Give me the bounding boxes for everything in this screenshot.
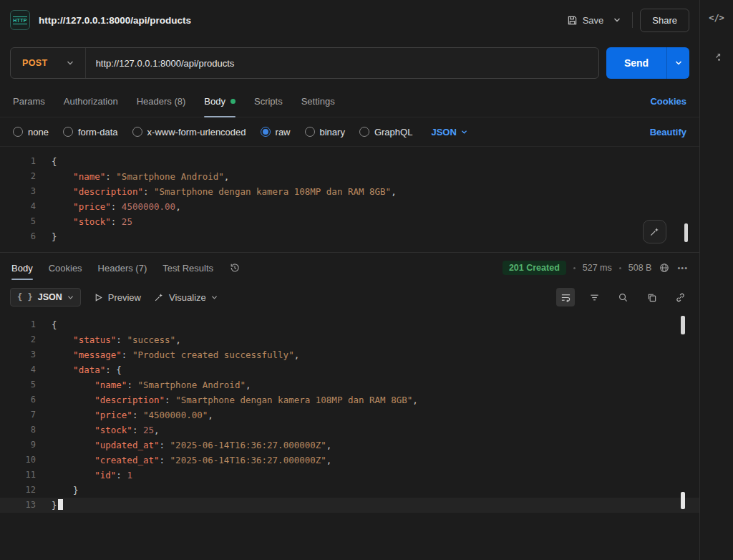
response-tab-test-results[interactable]: Test Results xyxy=(162,253,213,283)
save-button[interactable]: Save xyxy=(561,10,610,31)
code-line-6: 6 "description": "Smartphone dengan kame… xyxy=(0,392,699,407)
visualize-label: Visualize xyxy=(169,292,206,303)
response-toolbar-icons xyxy=(556,288,689,306)
body-mode-list: noneform-datax-www-form-urlencodedrawbin… xyxy=(13,127,412,137)
request-tab-body[interactable]: Body xyxy=(204,86,236,117)
method-label: POST xyxy=(22,58,48,68)
response-tab-body[interactable]: Body xyxy=(11,253,33,283)
request-body-editor[interactable]: 1{2 "name": "Smartphone Android",3 "desc… xyxy=(0,146,699,252)
code-line-10: 10 "created_at": "2025-06-14T16:36:27.00… xyxy=(0,453,699,468)
chevron-down-icon xyxy=(613,17,621,23)
response-panel: BodyCookiesHeaders (7)Test Results 201 C… xyxy=(0,252,699,560)
empty-area xyxy=(0,516,699,560)
code-line-2: 2 "name": "Smartphone Android", xyxy=(0,169,699,184)
language-label: JSON xyxy=(431,127,456,137)
wand-icon xyxy=(154,292,164,302)
save-options-button[interactable] xyxy=(609,12,625,28)
link-icon[interactable] xyxy=(671,288,689,306)
chevron-down-icon xyxy=(675,60,682,66)
code-line-1: 1{ xyxy=(0,154,699,169)
visualize-button[interactable]: Visualize xyxy=(154,292,218,303)
share-button[interactable]: Share xyxy=(640,9,689,32)
send-options-button[interactable] xyxy=(666,47,689,79)
method-select[interactable]: POST xyxy=(11,48,86,78)
response-tab-cookies[interactable]: Cookies xyxy=(49,253,82,283)
play-icon xyxy=(94,293,103,302)
response-size[interactable]: 508 B xyxy=(628,263,652,273)
response-code: 1{2 "status": "success",3 "message": "Pr… xyxy=(0,317,699,513)
main-panel: HTTP http://127.0.0.1:8000/api/products … xyxy=(0,0,699,560)
request-tab-headers-8[interactable]: Headers (8) xyxy=(137,86,186,117)
language-select[interactable]: JSON xyxy=(431,127,467,137)
console-icon[interactable] xyxy=(711,52,722,63)
braces-icon: { } xyxy=(17,292,33,302)
share-label: Share xyxy=(652,15,677,26)
code-line-4: 4 "data": { xyxy=(0,362,699,377)
send-label: Send xyxy=(624,57,649,69)
code-line-7: 7 "price": "4500000.00", xyxy=(0,407,699,423)
globe-icon[interactable] xyxy=(659,262,670,274)
response-format-label: JSON xyxy=(38,292,62,302)
cursor-position-marker xyxy=(681,492,685,509)
request-title: http://127.0.0.1:8000/api/products xyxy=(39,15,191,26)
request-tab-settings[interactable]: Settings xyxy=(301,86,335,117)
request-tab-scripts[interactable]: Scripts xyxy=(254,86,283,117)
body-mode-graphql[interactable]: GraphQL xyxy=(359,127,412,137)
right-rail: </> xyxy=(699,0,733,560)
beautify-link[interactable]: Beautify xyxy=(650,127,686,137)
url-box: POST xyxy=(10,47,599,79)
body-mode-x-www-form-urlencoded[interactable]: x-www-form-urlencoded xyxy=(132,127,246,137)
response-tabs-list: BodyCookiesHeaders (7)Test Results xyxy=(11,253,213,283)
radio-icon xyxy=(261,127,271,137)
header-divider xyxy=(632,12,633,28)
url-bar: POST Send xyxy=(0,40,699,86)
code-line-3: 3 "message": "Product created successful… xyxy=(0,347,699,362)
url-input[interactable] xyxy=(86,58,598,69)
more-options-icon[interactable]: ••• xyxy=(677,264,688,272)
request-tabs: ParamsAuthorizationHeaders (8)BodyScript… xyxy=(0,86,699,117)
code-line-6: 6} xyxy=(0,229,699,244)
request-code: 1{2 "name": "Smartphone Android",3 "desc… xyxy=(0,154,699,244)
radio-icon xyxy=(13,127,23,137)
body-mode-binary[interactable]: binary xyxy=(305,127,345,137)
response-body-editor[interactable]: 1{2 "status": "success",3 "message": "Pr… xyxy=(0,312,699,516)
request-tab-params[interactable]: Params xyxy=(13,86,45,117)
radio-icon xyxy=(305,127,315,137)
response-time[interactable]: 527 ms xyxy=(583,263,612,273)
response-editor-scrollbar[interactable] xyxy=(681,316,685,334)
radio-icon xyxy=(132,127,142,137)
copy-icon[interactable] xyxy=(642,288,661,306)
code-line-12: 12 } xyxy=(0,483,699,498)
search-icon[interactable] xyxy=(613,288,632,306)
body-content-dot xyxy=(230,99,236,104)
filter-icon[interactable] xyxy=(585,288,603,306)
app-window: HTTP http://127.0.0.1:8000/api/products … xyxy=(0,0,733,560)
response-format-select[interactable]: { } JSON xyxy=(10,288,81,306)
body-mode-none[interactable]: none xyxy=(13,127,49,137)
request-tab-authorization[interactable]: Authorization xyxy=(64,86,118,117)
preview-label: Preview xyxy=(108,292,141,303)
wrap-text-icon[interactable] xyxy=(556,288,575,306)
cookies-link[interactable]: Cookies xyxy=(650,96,686,107)
request-editor-scrollbar[interactable] xyxy=(684,223,688,242)
text-cursor xyxy=(58,499,63,510)
body-mode-form-data[interactable]: form-data xyxy=(63,127,118,137)
meta-separator xyxy=(619,267,621,269)
chevron-down-icon xyxy=(211,295,218,300)
response-meta: 201 Created 527 ms 508 B ••• xyxy=(503,261,688,275)
code-line-11: 11 "id": 1 xyxy=(0,468,699,483)
status-badge[interactable]: 201 Created xyxy=(503,261,566,275)
response-tabs: BodyCookiesHeaders (7)Test Results 201 C… xyxy=(0,253,699,283)
send-button[interactable]: Send xyxy=(606,47,666,79)
history-button[interactable] xyxy=(229,262,241,274)
code-snippet-icon[interactable]: </> xyxy=(709,13,724,23)
header: HTTP http://127.0.0.1:8000/api/products … xyxy=(0,0,699,40)
format-button[interactable] xyxy=(643,220,666,243)
body-mode-raw[interactable]: raw xyxy=(261,127,291,137)
preview-button[interactable]: Preview xyxy=(94,292,141,303)
response-tab-headers-7[interactable]: Headers (7) xyxy=(98,253,147,283)
meta-separator xyxy=(573,267,576,269)
http-request-icon: HTTP xyxy=(10,10,30,30)
request-tabs-list: ParamsAuthorizationHeaders (8)BodyScript… xyxy=(13,86,335,117)
code-line-9: 9 "updated_at": "2025-06-14T16:36:27.000… xyxy=(0,438,699,453)
